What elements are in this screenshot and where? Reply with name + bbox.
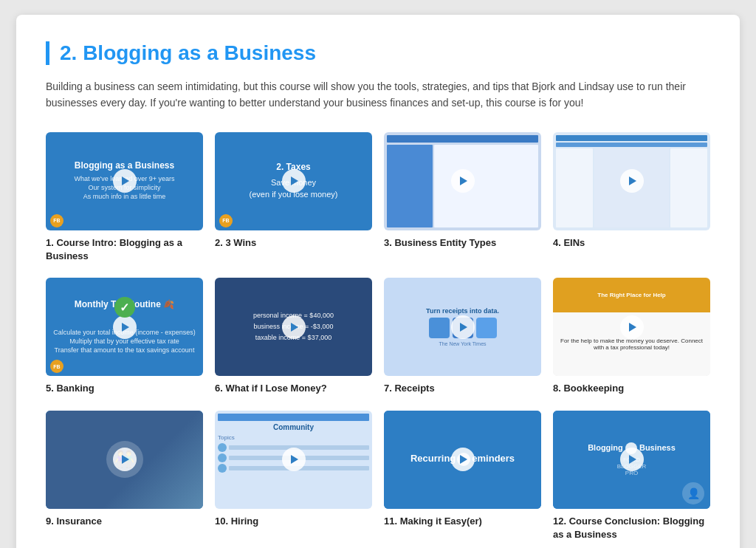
thumb-bullet: As much info in as little time [74,193,174,200]
page-title: 2. Blogging as a Business [60,41,316,65]
play-button[interactable] [282,169,306,193]
bk-top: The Right Place for Help [553,278,710,312]
ss-subheader [556,143,707,147]
play-button[interactable] [451,315,475,339]
lesson-thumbnail-11[interactable]: Recurringeminders [384,411,541,509]
entity-nav-bar [387,135,538,143]
lesson-label-6[interactable]: 6. What if I Lose Money? [215,382,372,395]
lesson-item-7: Turn receipts into data. The New York Ti… [384,278,541,395]
lesson-item-5: Monthly Tax Routine 🍂 ✓ Calculate your t… [46,278,203,395]
entity-sidebar [387,145,433,227]
thumb-logo: FB [50,360,63,373]
lesson-item-1: Blogging as a Business What we've learne… [46,132,203,264]
entity-main [434,145,539,227]
lesson-item-4: 4. EINs [553,132,710,264]
lesson-thumbnail-1[interactable]: Blogging as a Business What we've learne… [46,132,203,230]
thumb-bullet: Transfer that amount to the tax savings … [53,346,196,354]
play-button[interactable] [113,315,137,339]
lesson-item-12: Blogging Business FOODBLOGGERPRO 👤 12. C… [553,411,710,542]
lesson-item-10: Community Topics 10. Hiring [215,411,372,542]
lesson-label-10[interactable]: 10. Hiring [215,515,372,528]
bk-brand: The Right Place for Help [597,292,665,298]
play-button[interactable] [451,448,475,471]
lesson-thumbnail-5[interactable]: Monthly Tax Routine 🍂 ✓ Calculate your t… [46,278,203,376]
page-title-area: 2. Blogging as a Business [46,41,710,65]
lesson-thumbnail-7[interactable]: Turn receipts into data. The New York Ti… [384,278,541,376]
thumb-logo: FB [219,214,233,227]
lesson-label-5[interactable]: 5. Banking [46,382,203,395]
lesson-item-6: personal income = $40,000business income… [215,278,372,395]
play-button[interactable] [282,315,306,339]
lesson-label-3[interactable]: 3. Business Entity Types [384,236,541,250]
lesson-item-9: 👫 9. Insurance [46,411,203,542]
avatar-3 [218,464,227,473]
play-button[interactable] [620,315,644,339]
course-page: 2. Blogging as a Business Building a bus… [16,15,740,548]
play-button[interactable] [282,448,306,471]
lessons-grid: Blogging as a Business What we've learne… [46,132,710,541]
lesson-thumbnail-8[interactable]: The Right Place for Help For the help to… [553,278,710,376]
play-button[interactable] [620,448,644,471]
lesson-label-1[interactable]: 1. Course Intro: Blogging as a Business [46,236,203,263]
play-button[interactable] [113,448,137,471]
conclusion-person-icon: 👤 [682,482,704,504]
receipts-headline: Turn receipts into data. [426,307,499,315]
play-button[interactable] [620,169,644,193]
lesson-thumbnail-9[interactable]: 👫 [46,411,203,509]
avatar-1 [218,443,227,452]
lesson-thumbnail-12[interactable]: Blogging Business FOODBLOGGERPRO 👤 [553,411,710,509]
thumb-logo: FB [50,214,63,227]
ss-col-3 [670,148,707,227]
lesson-label-9[interactable]: 9. Insurance [46,515,203,528]
lesson-thumbnail-10[interactable]: Community Topics [215,411,372,509]
receipts-sub: The New York Times [439,341,486,346]
lesson-thumbnail-2[interactable]: 2. Taxes Save money(even if you lose mon… [215,132,372,230]
lesson-item-3: 3. Business Entity Types [384,132,541,264]
lesson-thumbnail-4[interactable] [553,132,710,230]
lesson-label-12[interactable]: 12. Course Conclusion: Blogging as a Bus… [553,515,710,541]
lesson-label-2[interactable]: 2. 3 Wins [215,236,372,250]
page-description: Building a business can seem intimidatin… [46,78,710,112]
hiring-topics: Topics [218,434,369,441]
lesson-label-7[interactable]: 7. Receipts [384,382,541,395]
lesson-thumbnail-6[interactable]: personal income = $40,000business income… [215,278,372,376]
play-button[interactable] [113,169,137,193]
lesson-label-11[interactable]: 11. Making it Easy(er) [384,515,541,528]
ss-header [556,135,707,141]
lesson-label-4[interactable]: 4. EINs [553,236,710,250]
ss-col-1 [556,148,593,227]
lesson-label-8[interactable]: 8. Bookkeeping [553,382,710,395]
lesson-item-11: Recurringeminders 11. Making it Easy(er) [384,411,541,542]
lesson-item-8: The Right Place for Help For the help to… [553,278,710,395]
lesson-item-2: 2. Taxes Save money(even if you lose mon… [215,132,372,264]
play-button[interactable] [451,169,475,193]
hiring-header [218,414,369,421]
avatar-2 [218,453,227,462]
lesson-thumbnail-3[interactable] [384,132,541,230]
hiring-title: Community [218,423,369,431]
bk-tagline: For the help to make the money you deser… [556,338,707,351]
checkmark-icon: ✓ [114,297,135,318]
